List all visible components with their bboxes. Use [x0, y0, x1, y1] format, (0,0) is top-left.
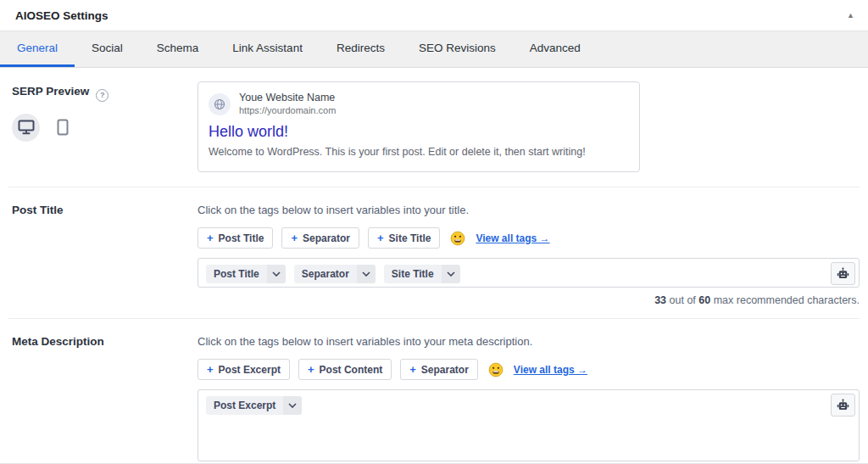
char-count-suffix: max recommended characters.: [714, 294, 860, 306]
tab-schema[interactable]: Schema: [140, 31, 216, 67]
globe-icon: [209, 93, 231, 115]
variable-pill-separator[interactable]: Separator: [294, 265, 376, 283]
tab-seo-revisions[interactable]: SEO Revisions: [402, 31, 513, 67]
serp-preview-card: Youe Website Name https://yourdomain.com…: [198, 81, 640, 172]
metabox-header: AIOSEO Settings ▲: [0, 0, 868, 31]
robot-icon: [837, 399, 849, 412]
plus-icon: +: [377, 232, 384, 244]
variable-pill-post-excerpt[interactable]: Post Excerpt: [206, 396, 302, 415]
variable-pill-post-title[interactable]: Post Title: [206, 265, 286, 283]
post-title-label: Post Title: [12, 204, 64, 216]
tag-button-label: Separator: [303, 232, 350, 244]
tag-button-label: Post Content: [320, 364, 383, 376]
robot-icon: [837, 267, 849, 281]
meta-description-tag-row: + Post Excerpt + Post Content + Separato…: [198, 359, 860, 380]
serp-url: https://yourdomain.com: [239, 105, 336, 117]
char-count-separator: out of: [670, 294, 696, 306]
tag-button-label: Post Title: [219, 232, 264, 244]
emoji-picker-button[interactable]: [487, 362, 505, 377]
chevron-down-icon: [357, 265, 376, 283]
tab-link-assistant[interactable]: Link Assistant: [215, 31, 320, 67]
tab-redirects[interactable]: Redirects: [320, 31, 402, 67]
pill-label: Site Title: [384, 265, 442, 283]
serp-result-title: Hello world!: [209, 123, 629, 141]
plus-icon: +: [409, 363, 416, 376]
view-all-tags-link[interactable]: View all tags →: [476, 232, 549, 244]
mobile-phone-icon: [57, 119, 69, 136]
title-char-count: 33 out of 60 max recommended characters.: [198, 294, 860, 306]
emoji-picker-button[interactable]: [448, 231, 467, 246]
char-count-current: 33: [654, 294, 666, 306]
serp-result-description: Welcome to WordPress. This is your first…: [209, 145, 629, 159]
settings-tabbar: General Social Schema Link Assistant Red…: [0, 31, 868, 68]
add-separator-tag-button[interactable]: + Separator: [400, 359, 478, 380]
tag-button-label: Separator: [421, 364, 469, 376]
smiley-emoji-icon: [450, 231, 465, 246]
ai-generate-title-button[interactable]: [831, 262, 855, 285]
post-title-section: Post Title Click on the tags below to in…: [0, 187, 868, 306]
meta-description-label: Meta Description: [12, 335, 104, 348]
tab-social[interactable]: Social: [75, 31, 140, 67]
add-post-title-tag-button[interactable]: + Post Title: [198, 227, 273, 249]
plus-icon: +: [291, 232, 298, 244]
plus-icon: +: [308, 363, 314, 376]
post-title-instruction: Click on the tags below to insert variab…: [198, 200, 860, 216]
char-count-max: 60: [698, 294, 710, 306]
meta-description-section: Meta Description Click on the tags below…: [0, 319, 868, 464]
add-post-excerpt-tag-button[interactable]: + Post Excerpt: [198, 359, 290, 380]
view-all-tags-link[interactable]: View all tags →: [514, 364, 587, 376]
monitor-icon: [18, 120, 35, 135]
collapse-panel-icon[interactable]: ▲: [843, 8, 858, 23]
add-post-content-tag-button[interactable]: + Post Content: [298, 359, 392, 380]
serp-preview-label: SERP Preview: [12, 85, 89, 98]
pill-label: Post Title: [206, 265, 267, 283]
mobile-preview-button[interactable]: [48, 114, 76, 142]
plus-icon: +: [207, 363, 214, 376]
pill-label: Post Excerpt: [206, 396, 283, 415]
variable-pill-site-title[interactable]: Site Title: [384, 265, 460, 283]
desktop-preview-button[interactable]: [12, 114, 40, 142]
chevron-down-icon: [283, 396, 302, 415]
post-title-input[interactable]: Post Title Separator Site Title: [198, 258, 860, 288]
serp-preview-section: SERP Preview?: [0, 68, 868, 172]
tab-general[interactable]: General: [0, 31, 75, 67]
help-icon[interactable]: ?: [96, 89, 108, 102]
post-title-tag-row: + Post Title + Separator + Site Title: [198, 227, 860, 249]
chevron-down-icon: [267, 265, 286, 283]
ai-generate-description-button[interactable]: [831, 394, 855, 416]
meta-description-input[interactable]: Post Excerpt: [198, 389, 860, 461]
pill-label: Separator: [294, 265, 357, 283]
tab-advanced[interactable]: Advanced: [513, 31, 598, 67]
serp-site-name: Youe Website Name: [239, 92, 336, 105]
chevron-down-icon: [442, 265, 460, 283]
add-separator-tag-button[interactable]: + Separator: [281, 227, 359, 249]
add-site-title-tag-button[interactable]: + Site Title: [368, 227, 440, 249]
plus-icon: +: [207, 232, 214, 244]
tag-button-label: Site Title: [389, 232, 431, 244]
tag-button-label: Post Excerpt: [219, 364, 281, 376]
meta-description-instruction: Click on the tags below to insert variab…: [198, 332, 860, 348]
page-title: AIOSEO Settings: [15, 9, 108, 22]
smiley-emoji-icon: [488, 362, 504, 377]
